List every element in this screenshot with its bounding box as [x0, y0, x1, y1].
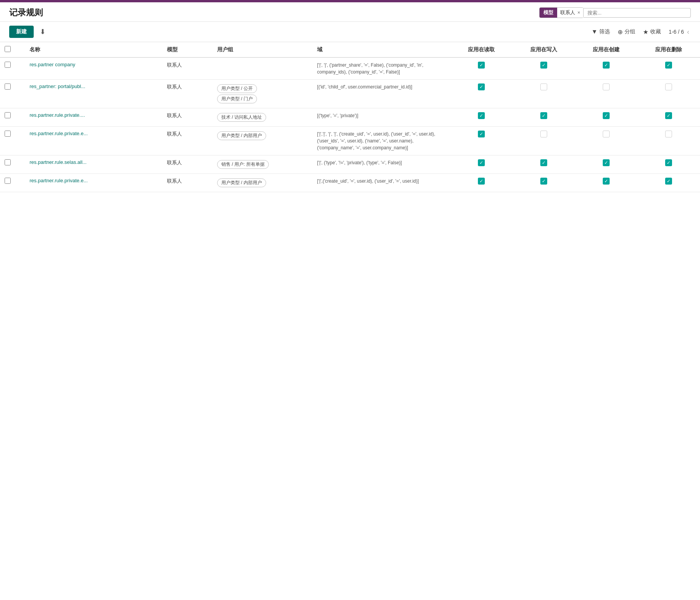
header-search-wrap: 模型 联系人 ×	[539, 7, 691, 18]
row-create	[575, 155, 638, 174]
row-select-cell	[0, 57, 25, 80]
group-icon: ⊕	[618, 28, 623, 36]
row-checkbox[interactable]	[5, 131, 11, 137]
group-tag: 用户类型 / 公开	[217, 84, 257, 93]
write-unchecked-icon	[540, 131, 547, 137]
create-checked-icon	[603, 178, 610, 185]
table-row[interactable]: res.partner.rule.selas.all...联系人销售 / 用户:…	[0, 155, 700, 174]
row-model: 联系人	[162, 127, 213, 155]
read-checked-icon	[478, 112, 485, 119]
col-header-name: 名称	[25, 42, 162, 57]
select-all-checkbox[interactable]	[5, 46, 11, 52]
row-checkbox[interactable]	[5, 112, 11, 118]
group-tag: 技术 / 访问私人地址	[217, 113, 266, 122]
download-icon: ⬇	[40, 28, 46, 36]
read-checked-icon	[478, 83, 485, 90]
table-body: res.partner company联系人['|', '|', ('partn…	[0, 57, 700, 192]
select-all-header	[0, 42, 25, 57]
table-row[interactable]: res.partner company联系人['|', '|', ('partn…	[0, 57, 700, 80]
table-row[interactable]: res.partner.rule.private.e...联系人用户类型 / 内…	[0, 127, 700, 155]
filter-tag-text: 联系人	[560, 9, 575, 16]
delete-checked-icon	[665, 159, 672, 166]
row-domain: ['|', '|', ('partner_share', '=', False)…	[312, 57, 450, 80]
col-header-model: 模型	[162, 42, 213, 57]
toolbar-left: 新建 ⬇	[9, 26, 48, 38]
download-button[interactable]: ⬇	[38, 26, 48, 38]
table-row[interactable]: res_partner: portal/publ...联系人用户类型 / 公开用…	[0, 80, 700, 108]
group-tag: 用户类型 / 门户	[217, 95, 257, 103]
read-checked-icon	[478, 131, 485, 137]
row-checkbox[interactable]	[5, 83, 11, 90]
row-write	[512, 174, 575, 192]
filter-label: 筛选	[599, 28, 610, 35]
row-name: res.partner company	[25, 57, 162, 80]
create-unchecked-icon	[603, 131, 610, 137]
row-checkbox[interactable]	[5, 178, 11, 184]
filter-action[interactable]: ▼ 筛选	[591, 28, 610, 35]
filter-tag-group: 模型 联系人 ×	[539, 7, 584, 18]
write-checked-icon	[540, 159, 547, 166]
row-domain: [('id', 'child_of', user.commercial_part…	[312, 80, 450, 108]
row-model: 联系人	[162, 80, 213, 108]
row-read	[450, 80, 512, 108]
pagination-nav: 1-6 / 6 ‹	[669, 27, 691, 37]
row-read	[450, 155, 512, 174]
col-header-create: 应用在创建	[575, 42, 638, 57]
row-write	[512, 127, 575, 155]
favorite-action[interactable]: ★ 收藏	[643, 28, 661, 36]
favorite-label: 收藏	[650, 28, 661, 35]
group-action[interactable]: ⊕ 分组	[618, 28, 635, 36]
row-create	[575, 127, 638, 155]
table-row[interactable]: res.partner.rule.private....联系人技术 / 访问私人…	[0, 108, 700, 127]
header: 记录规则 模型 联系人 ×	[0, 2, 700, 22]
create-checked-icon	[603, 112, 610, 119]
write-checked-icon	[540, 112, 547, 119]
row-write	[512, 155, 575, 174]
filter-tag-label: 模型	[540, 8, 557, 18]
row-groups: 用户类型 / 内部用户	[213, 174, 312, 192]
row-name: res.partner.rule.selas.all...	[25, 155, 162, 174]
toolbar: 新建 ⬇ ▼ 筛选 ⊕ 分组 ★ 收藏 1-6 / 6 ‹	[0, 22, 700, 42]
read-checked-icon	[478, 62, 485, 69]
col-header-domain: 域	[312, 42, 450, 57]
row-delete	[638, 174, 700, 192]
write-checked-icon	[540, 178, 547, 185]
table-header-row: 名称 模型 用户组 域 应用在读取 应用在写入 应用在创建 应用在删除	[0, 42, 700, 57]
group-tag: 用户类型 / 内部用户	[217, 178, 266, 187]
row-delete	[638, 155, 700, 174]
prev-page-button[interactable]: ‹	[685, 27, 691, 37]
row-groups: 用户类型 / 公开用户类型 / 门户	[213, 80, 312, 108]
filter-icon: ▼	[591, 28, 597, 35]
row-domain: ['|','|', '|', '|', ('create_uid', '=', …	[312, 127, 450, 155]
row-name: res.partner.rule.private....	[25, 108, 162, 127]
toolbar-right: ▼ 筛选 ⊕ 分组 ★ 收藏 1-6 / 6 ‹	[591, 27, 691, 37]
row-model: 联系人	[162, 57, 213, 80]
row-write	[512, 108, 575, 127]
row-checkbox[interactable]	[5, 62, 11, 68]
delete-checked-icon	[665, 178, 672, 185]
table-row[interactable]: res.partner.rule.private.e...联系人用户类型 / 内…	[0, 174, 700, 192]
row-model: 联系人	[162, 174, 213, 192]
row-write	[512, 80, 575, 108]
create-unchecked-icon	[603, 83, 610, 90]
col-header-read: 应用在读取	[450, 42, 512, 57]
row-domain: ['|',('create_uid', '=', user.id), ('use…	[312, 174, 450, 192]
search-input[interactable]	[584, 8, 691, 18]
filter-tag-close-icon[interactable]: ×	[577, 10, 580, 15]
delete-unchecked-icon	[665, 83, 672, 90]
row-groups: 用户类型 / 内部用户	[213, 127, 312, 155]
write-checked-icon	[540, 62, 547, 69]
create-checked-icon	[603, 159, 610, 166]
col-header-delete: 应用在删除	[638, 42, 700, 57]
group-tag: 销售 / 用户: 所有单据	[217, 160, 269, 169]
row-groups	[213, 57, 312, 80]
col-header-write: 应用在写入	[512, 42, 575, 57]
row-select-cell	[0, 155, 25, 174]
row-groups: 销售 / 用户: 所有单据	[213, 155, 312, 174]
row-checkbox[interactable]	[5, 159, 11, 165]
records-table: 名称 模型 用户组 域 应用在读取 应用在写入 应用在创建 应用在删除 res.…	[0, 42, 700, 192]
row-create	[575, 57, 638, 80]
row-domain: ['|', ('type', '!=', 'private'), ('type'…	[312, 155, 450, 174]
row-select-cell	[0, 80, 25, 108]
new-button[interactable]: 新建	[9, 26, 34, 38]
